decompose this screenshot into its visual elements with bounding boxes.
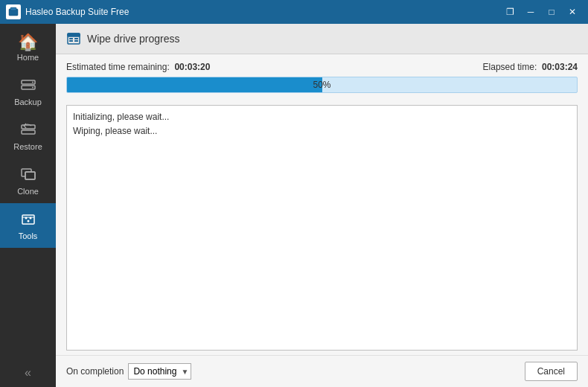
maximize-button[interactable]: □ [542, 4, 561, 19]
estimated-time-label: Estimated time remaining: 00:03:20 [66, 62, 210, 72]
sidebar-item-clone[interactable]: Clone [0, 159, 56, 203]
svg-point-4 [32, 82, 33, 83]
on-completion-section: On completion Do nothing Shut down Resta… [66, 363, 191, 380]
sidebar-label-restore: Restore [13, 142, 42, 151]
sidebar-item-restore[interactable]: Restore [0, 114, 56, 159]
collapse-icon: « [25, 366, 31, 380]
content-area: Wipe drive progress Estimated time remai… [56, 24, 588, 387]
completion-label: On completion [66, 366, 124, 377]
svg-rect-20 [74, 40, 78, 42]
sidebar-collapse-button[interactable]: « [0, 359, 56, 387]
sidebar-item-backup[interactable]: Backup [0, 69, 56, 114]
cancel-button[interactable]: Cancel [525, 362, 578, 381]
close-button[interactable]: ✕ [563, 4, 582, 19]
elapsed-time-label: Elapsed time: 00:03:24 [483, 62, 578, 72]
svg-rect-7 [22, 130, 35, 134]
progress-section: Estimated time remaining: 00:03:20 Elaps… [56, 54, 588, 100]
footer: On completion Do nothing Shut down Resta… [56, 355, 588, 387]
progress-bar-fill [67, 77, 322, 92]
app-title: Hasleo Backup Suite Free [25, 7, 500, 17]
window-controls: ❐ ─ □ ✕ [500, 4, 582, 19]
app-icon [6, 4, 21, 19]
sidebar: 🏠 Home Backup [0, 24, 56, 387]
estimated-time-value: 00:03:20 [174, 62, 210, 72]
sidebar-label-clone: Clone [17, 187, 39, 196]
completion-dropdown[interactable]: Do nothing Shut down Restart Hibernate [128, 363, 191, 380]
log-area: Initializing, please wait... Wiping, ple… [66, 105, 578, 351]
svg-rect-17 [69, 38, 73, 39]
backup-icon [20, 77, 36, 95]
log-line-2: Wiping, please wait... [73, 124, 571, 138]
svg-rect-11 [22, 215, 34, 224]
clone-icon [20, 166, 36, 185]
minimize-button[interactable]: ─ [521, 4, 540, 19]
panel-header-icon [66, 31, 81, 46]
completion-dropdown-wrapper: Do nothing Shut down Restart Hibernate ▼ [128, 363, 191, 380]
progress-percent-label: 50% [313, 80, 330, 90]
sidebar-item-tools[interactable]: Tools [0, 203, 56, 248]
panel-header: Wipe drive progress [56, 24, 588, 54]
svg-point-13 [27, 220, 29, 223]
svg-rect-9 [25, 172, 35, 179]
progress-bar-container: 50% [66, 77, 578, 93]
title-bar: Hasleo Backup Suite Free ❐ ─ □ ✕ [0, 0, 588, 24]
restore-icon [20, 121, 36, 140]
svg-point-5 [32, 87, 33, 89]
panel-title: Wipe drive progress [87, 33, 180, 45]
log-line-1: Initializing, please wait... [73, 110, 571, 124]
main-layout: 🏠 Home Backup [0, 24, 588, 387]
svg-rect-19 [69, 40, 73, 42]
restore-button[interactable]: ❐ [500, 4, 520, 19]
svg-rect-1 [10, 7, 16, 10]
sidebar-label-home: Home [17, 53, 39, 62]
svg-rect-18 [74, 38, 78, 39]
elapsed-time-value: 00:03:24 [542, 62, 578, 72]
tools-icon [20, 211, 36, 229]
sidebar-label-tools: Tools [19, 231, 38, 240]
progress-info: Estimated time remaining: 00:03:20 Elaps… [66, 62, 578, 72]
sidebar-label-backup: Backup [14, 97, 42, 106]
home-icon: 🏠 [18, 34, 38, 51]
svg-rect-16 [68, 33, 80, 36]
sidebar-item-home[interactable]: 🏠 Home [0, 27, 56, 69]
